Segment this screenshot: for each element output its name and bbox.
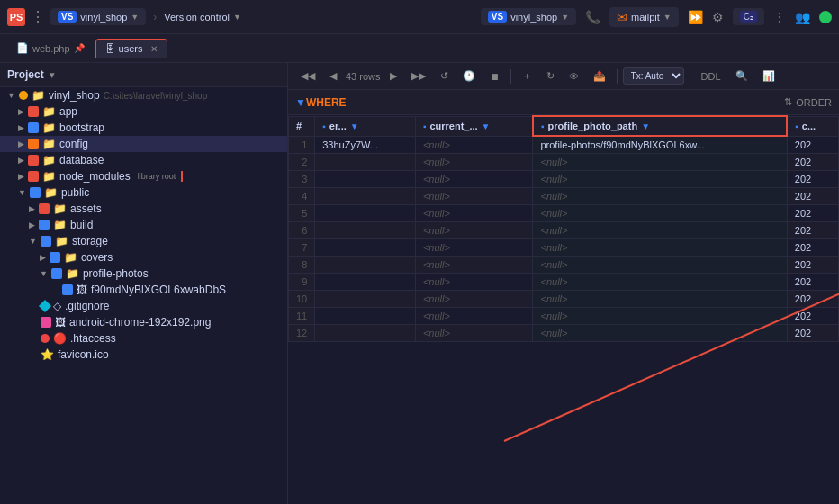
cell-date: 202 <box>787 256 838 274</box>
pin-icon: 📌 <box>74 43 85 53</box>
tab-web-php[interactable]: 📄 web.php 📌 <box>7 39 94 58</box>
settings-icon[interactable]: ⚙ <box>712 10 724 24</box>
folder-color-icon <box>28 171 39 182</box>
tab1-chevron-icon: ▼ <box>561 13 569 22</box>
sidebar-item-bootstrap[interactable]: ▶ 📁 bootstrap <box>0 120 287 136</box>
stop-btn[interactable]: ⏹ <box>484 69 505 84</box>
sidebar-item-favicon[interactable]: ⭐ favicon.ico <box>0 346 287 363</box>
project-header[interactable]: Project ▼ <box>0 63 287 87</box>
table-row: 10 <null> <null> 202 <box>289 291 839 308</box>
where-bar: ▼ WHERE ⇅ ORDER <box>288 90 839 115</box>
file-icon: 🖼 <box>77 284 87 296</box>
sidebar-item-config[interactable]: ▶ 📁 config <box>0 136 287 152</box>
version-control-btn[interactable]: Version control ▼ <box>164 12 241 22</box>
sidebar-item-covers[interactable]: ▶ 📁 covers <box>0 249 287 266</box>
col-header-current[interactable]: ▪ current_... ▼ <box>415 116 533 136</box>
export-btn[interactable]: 📤 <box>588 68 611 84</box>
tx-selector[interactable]: Tx: Auto <box>623 68 684 85</box>
folder-color-icon <box>28 122 39 133</box>
col-header-er[interactable]: ▪ er... ▼ <box>315 116 416 136</box>
folder-color-icon <box>39 220 50 230</box>
rows-count: 43 rows <box>346 71 381 82</box>
nav-next-btn[interactable]: ▶ <box>384 68 402 84</box>
col-header-num: # <box>289 116 315 136</box>
path-label: C:\sites\laravel\vinyl_shop <box>104 91 208 101</box>
sidebar-item-label: .gitignore <box>65 300 109 312</box>
nav-forward-btn[interactable]: ▶▶ <box>406 68 431 84</box>
sidebar-item-assets[interactable]: ▶ 📁 assets <box>0 201 287 217</box>
row-num: 3 <box>289 171 315 188</box>
nav-prev-btn[interactable]: ◀ <box>324 68 342 84</box>
col-header-profile-photo[interactable]: ▪ profile_photo_path ▼ <box>533 116 787 136</box>
sidebar-item-app[interactable]: ▶ 📁 app <box>0 104 287 120</box>
order-sort-icon: ⇅ <box>784 96 792 108</box>
filter-icon[interactable]: ▼ <box>482 122 491 131</box>
chevron-icon: ▶ <box>29 204 35 213</box>
folder-color-icon <box>41 236 51 247</box>
refresh-btn[interactable]: ↻ <box>541 68 560 84</box>
phone-icon[interactable]: 📞 <box>585 10 600 24</box>
more-options-icon[interactable]: ⋮ <box>773 10 786 24</box>
file-color-icon <box>39 300 51 312</box>
chevron-icon: ▶ <box>18 140 24 148</box>
sidebar-item-label: build <box>70 219 93 231</box>
cell-date: 202 <box>787 291 838 308</box>
users-icon[interactable]: 👥 <box>795 10 810 24</box>
tab-close-icon[interactable]: ✕ <box>150 44 158 54</box>
cell-current: <null> <box>415 308 533 325</box>
separator <box>510 69 511 84</box>
sidebar-item-gitignore[interactable]: ◇ .gitignore <box>0 298 287 314</box>
history-btn[interactable]: 🕐 <box>457 68 481 84</box>
sidebar-item-database[interactable]: ▶ 📁 database <box>0 152 287 168</box>
sidebar-item-htaccess[interactable]: 🔴 .htaccess <box>0 330 287 346</box>
col-label: c... <box>802 121 816 131</box>
row-num: 10 <box>289 291 315 308</box>
view-btn[interactable]: 👁 <box>564 69 584 84</box>
cell-profile-photo: <null> <box>533 171 787 188</box>
project-header-label: Project <box>7 68 44 81</box>
sidebar-item-f90md-file[interactable]: 🖼 f90mdNyBlXGOL6xwabDbS <box>0 282 287 298</box>
vinyl-shop-tab[interactable]: VS vinyl_shop ▼ <box>481 8 576 25</box>
nav-back-btn[interactable]: ◀◀ <box>295 68 320 84</box>
search-btn[interactable]: 🔍 <box>730 68 753 84</box>
forward-icon[interactable]: ⏩ <box>688 10 703 24</box>
cell-er <box>315 256 416 274</box>
ddl-btn[interactable]: DDL <box>696 69 726 84</box>
sidebar-item-node-modules[interactable]: ▶ 📁 node_modules library root <box>0 168 287 184</box>
add-btn[interactable]: ＋ <box>517 68 537 85</box>
folder-icon: 📁 <box>42 154 56 166</box>
sidebar-item-build[interactable]: ▶ 📁 build <box>0 217 287 233</box>
filter-icon[interactable]: ▼ <box>350 122 359 131</box>
row-num: 4 <box>289 188 315 205</box>
project-selector[interactable]: VS vinyl_shop ▼ <box>50 8 146 25</box>
folder-icon: 📁 <box>32 89 45 102</box>
vs-badge2: VS <box>488 11 507 22</box>
reload-btn[interactable]: ↺ <box>435 68 454 84</box>
sidebar-item-label: config <box>59 138 88 150</box>
sidebar-item-label: node_modules <box>59 170 131 183</box>
sidebar-item-android-chrome[interactable]: 🖼 android-chrome-192x192.png <box>0 314 287 330</box>
project-header-chevron-icon: ▼ <box>48 70 57 80</box>
cell-er <box>315 205 416 222</box>
c2-tab[interactable]: C₂ <box>733 8 764 25</box>
sidebar-item-profile-photos[interactable]: ▼ 📁 profile-photos <box>0 266 287 282</box>
app-logo: PS <box>7 8 25 26</box>
col-label: current_... <box>429 121 477 131</box>
topbar: PS ⋮ VS vinyl_shop ▼ › Version control ▼… <box>0 0 839 34</box>
cell-value: 33huZy7W... <box>322 140 378 150</box>
chart-btn[interactable]: 📊 <box>757 68 780 84</box>
tab-users[interactable]: 🗄 users ✕ <box>95 39 167 58</box>
filter-icon[interactable]: ▼ <box>641 122 650 131</box>
sidebar-item-public[interactable]: ▼ 📁 public <box>0 184 287 201</box>
cell-current: <null> <box>415 171 533 188</box>
sidebar-item-storage[interactable]: ▼ 📁 storage <box>0 233 287 249</box>
col-header-date[interactable]: ▪ c... <box>787 116 838 136</box>
app-menu-dots[interactable]: ⋮ <box>31 8 45 25</box>
sidebar-item-vinyl-shop[interactable]: ▼ 📁 vinyl_shop C:\sites\laravel\vinyl_sh… <box>0 87 287 104</box>
cell-date: 202 <box>787 308 838 325</box>
sidebar-item-label: .htaccess <box>70 332 116 345</box>
row-num: 7 <box>289 239 315 256</box>
table-container[interactable]: # ▪ er... ▼ ▪ <box>288 115 839 504</box>
folder-color-icon <box>19 91 28 100</box>
mailpit-tab[interactable]: ✉ mailpit ▼ <box>609 7 679 27</box>
